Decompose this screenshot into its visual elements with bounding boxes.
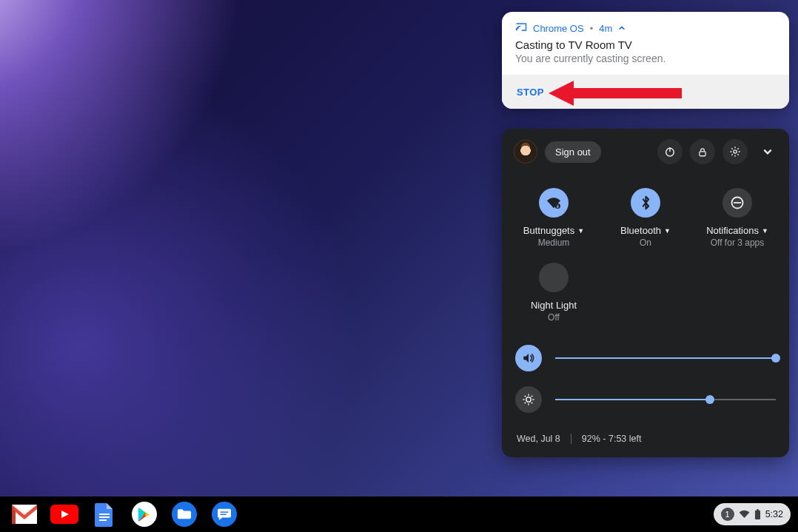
battery-status-icon — [754, 509, 761, 520]
notification-title: Casting to TV Room TV — [515, 38, 776, 51]
notification-count-badge: 1 — [721, 508, 734, 521]
svg-point-10 — [526, 397, 531, 402]
notification-age: 4m — [599, 23, 612, 34]
shelf: 1 5:32 — [0, 496, 798, 532]
app-google-docs[interactable] — [84, 496, 124, 532]
notifications-label: Notifications — [706, 225, 759, 236]
brightness-button[interactable] — [515, 386, 542, 413]
dnd-icon — [722, 188, 752, 218]
notifications-tile[interactable]: Notifications ▼ Off for 3 apps — [691, 179, 783, 254]
svg-marker-1 — [549, 81, 682, 106]
bluetooth-label: Bluetooth — [620, 225, 661, 236]
svg-rect-16 — [221, 511, 229, 512]
svg-rect-17 — [221, 514, 227, 515]
casting-notification-card: Chrome OS • 4m Casting to TV Room TV You… — [502, 12, 789, 109]
svg-rect-19 — [757, 509, 759, 511]
caret-down-icon: ▼ — [762, 227, 768, 235]
caret-down-icon: ▼ — [577, 227, 584, 235]
caret-down-icon: ▼ — [664, 227, 671, 235]
app-messages[interactable] — [204, 496, 244, 532]
svg-point-5 — [734, 150, 737, 153]
separator — [571, 434, 571, 444]
notification-source: Chrome OS — [533, 23, 584, 34]
svg-rect-11 — [12, 505, 37, 524]
clock: 5:32 — [765, 509, 783, 519]
lock-button[interactable] — [690, 139, 715, 164]
wifi-sub: Medium — [538, 238, 570, 248]
stop-casting-button[interactable]: STOP — [517, 87, 544, 98]
power-button[interactable] — [657, 139, 683, 164]
quick-settings-panel: Sign out Buttnugget — [502, 129, 789, 457]
app-files[interactable] — [164, 496, 204, 532]
wifi-label: Buttnuggets — [523, 225, 574, 236]
svg-rect-13 — [99, 514, 110, 515]
avatar[interactable] — [514, 140, 537, 164]
bluetooth-sub: On — [640, 238, 651, 248]
system-tray[interactable]: 1 5:32 — [714, 503, 791, 525]
night-light-tile[interactable]: Night Light Off — [508, 254, 600, 329]
svg-rect-7 — [557, 206, 559, 208]
night-light-sub: Off — [548, 312, 560, 323]
app-play-store[interactable] — [124, 496, 164, 532]
brightness-slider[interactable] — [555, 394, 776, 405]
separator-dot: • — [590, 23, 594, 34]
wifi-tile[interactable]: Buttnuggets ▼ Medium — [508, 179, 600, 254]
bluetooth-tile[interactable]: Bluetooth ▼ On — [600, 179, 691, 254]
svg-point-6 — [555, 203, 560, 209]
notifications-sub: Off for 3 apps — [711, 238, 765, 248]
annotation-arrow — [549, 78, 682, 109]
wifi-icon — [539, 188, 569, 218]
night-light-icon — [539, 263, 569, 292]
app-youtube[interactable] — [44, 496, 84, 532]
chevron-up-icon[interactable] — [618, 23, 626, 34]
notification-subtitle: You are currently casting screen. — [515, 53, 776, 64]
bluetooth-icon — [631, 188, 660, 218]
svg-rect-18 — [755, 510, 760, 519]
svg-point-0 — [516, 30, 517, 31]
night-light-label: Night Light — [531, 300, 577, 311]
status-battery: 92% - 7:53 left — [582, 434, 642, 444]
cast-icon — [515, 22, 527, 34]
volume-button[interactable] — [515, 345, 542, 371]
volume-slider[interactable] — [555, 353, 776, 363]
collapse-button[interactable] — [755, 139, 780, 164]
sign-out-button[interactable]: Sign out — [545, 141, 601, 163]
svg-rect-15 — [99, 519, 107, 521]
settings-button[interactable] — [722, 139, 748, 164]
svg-rect-14 — [99, 516, 110, 518]
svg-rect-4 — [700, 151, 705, 155]
status-date: Wed, Jul 8 — [517, 434, 560, 444]
wifi-status-icon — [739, 510, 750, 519]
app-gmail[interactable] — [4, 496, 44, 532]
